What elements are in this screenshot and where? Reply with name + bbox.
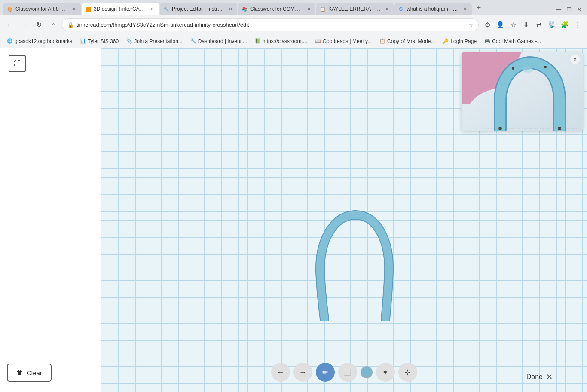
menu-icon[interactable]: ⋮	[572, 19, 584, 31]
bookmark-dashboard[interactable]: 🔧 Dashboard | Inventi...	[187, 37, 251, 46]
transform-icon: ⊹	[404, 368, 411, 377]
star-icon: ☆	[468, 22, 473, 28]
bookmark-label-classroom: https://classroom....	[263, 38, 307, 44]
downloads-icon[interactable]: ⬇	[520, 19, 532, 31]
tab-favicon-5: 📋	[320, 6, 326, 12]
forward-button[interactable]: →	[18, 19, 30, 31]
tab-bar: 🎨 Classwork for Art 8 Per... ✕ 🟧 3D desi…	[0, 0, 587, 15]
tab-title-3: Project Editor - Instruct...	[172, 6, 224, 12]
bookmark-favicon-morle: 📋	[379, 38, 385, 44]
sync-icon[interactable]: ⇄	[533, 19, 545, 31]
bookmark-favicon-coolmath: 🎮	[484, 38, 490, 44]
tab-project-editor[interactable]: 🔧 Project Editor - Instruct... ✕	[160, 3, 237, 15]
bookmark-label-tyler: Tyler SIS 360	[88, 38, 119, 44]
trash-icon: 🗑	[16, 369, 23, 377]
bookmark-icon[interactable]: ☆	[507, 19, 519, 31]
preview-panel: ×	[461, 52, 584, 131]
erase-button[interactable]: ⬜	[338, 363, 357, 382]
tab-kaylee[interactable]: 📋 KAYLEE ERRERA - STEM... ✕	[316, 3, 394, 15]
tab-close-5[interactable]: ✕	[383, 6, 390, 12]
bookmark-goodreads[interactable]: 📖 Goodreads | Meet y...	[312, 37, 375, 46]
tab-title-5: KAYLEE ERRERA - STEM...	[328, 6, 381, 12]
svg-point-1	[523, 67, 533, 73]
bookmark-morle[interactable]: 📋 Copy of Mrs. Morle...	[376, 37, 438, 46]
tab-close-3[interactable]: ✕	[227, 6, 234, 12]
minimize-button[interactable]: —	[554, 5, 563, 14]
url-bar[interactable]: 🔒 tinkercad.com/things/dYS3cY2zmSm-tinke…	[62, 18, 479, 31]
fullscreen-icon: ⛶	[14, 60, 21, 67]
clear-button[interactable]: 🗑 Clear	[7, 364, 52, 382]
color-picker[interactable]	[361, 366, 373, 378]
bookmark-join[interactable]: 📎 Join a Presentation...	[123, 37, 186, 46]
bookmark-tyler[interactable]: 📊 Tyler SIS 360	[76, 37, 122, 46]
browser-frame: 🎨 Classwork for Art 8 Per... ✕ 🟧 3D desi…	[0, 0, 587, 392]
tab-classwork-art[interactable]: 🎨 Classwork for Art 8 Per... ✕	[3, 3, 81, 15]
maximize-button[interactable]: ❐	[565, 5, 573, 14]
bookmark-label-coolmath: Cool Math Games -...	[492, 38, 541, 44]
bookmark-coolmath[interactable]: 🎮 Cool Math Games -...	[481, 37, 544, 46]
bookmark-classroom[interactable]: 📗 https://classroom....	[251, 37, 311, 46]
reload-button[interactable]: ↻	[33, 19, 45, 31]
bookmark-label-login: Login Page	[450, 38, 477, 44]
back-button[interactable]: ←	[3, 19, 15, 31]
tab-close-6[interactable]: ✕	[462, 6, 468, 12]
undo-button[interactable]: ←	[271, 363, 290, 382]
lock-icon: 🔒	[67, 22, 74, 28]
bookmark-favicon-tyler: 📊	[80, 38, 86, 44]
redo-icon: →	[299, 368, 307, 377]
tab-holigram[interactable]: G what is a holigram - Go... ✕	[394, 3, 472, 15]
tab-title-2: 3D design TinkerCAD-...	[94, 6, 146, 12]
address-bar: ← → ↻ ⌂ 🔒 tinkercad.com/things/dYS3cY2zm…	[0, 15, 587, 34]
bottom-toolbar: ← → ✏ ⬜ ✦ ⊹	[271, 363, 417, 382]
bookmark-favicon-login: 🔑	[443, 38, 449, 44]
tab-favicon-6: G	[398, 6, 404, 12]
bookmark-favicon-goodreads: 📖	[315, 38, 321, 44]
profiles-icon[interactable]: 👤	[494, 19, 506, 31]
url-text: tinkercad.com/things/dYS3cY2zmSm-tinkerc…	[76, 21, 466, 28]
preview-content	[462, 52, 583, 131]
done-label: Done	[526, 373, 543, 381]
done-close-icon: ✕	[546, 372, 553, 382]
tab-title-1: Classwork for Art 8 Per...	[15, 6, 68, 12]
tab-title-4: Classwork for COMPUT...	[250, 6, 303, 12]
bookmark-favicon-gcasdk: 🌐	[7, 38, 13, 44]
done-button[interactable]: Done ✕	[526, 372, 553, 382]
tab-close-1[interactable]: ✕	[70, 6, 77, 12]
tab-classwork-comput[interactable]: 📚 Classwork for COMPUT... ✕	[238, 3, 315, 15]
home-button[interactable]: ⌂	[47, 19, 59, 31]
bookmark-favicon-join: 📎	[126, 38, 132, 44]
bookmark-label-join: Join a Presentation...	[134, 38, 183, 44]
arch-shape	[312, 207, 397, 323]
fullscreen-button[interactable]: ⛶	[9, 55, 26, 72]
tab-title-6: what is a holigram - Go...	[407, 6, 459, 12]
main-content: ⛶ 🗑 Clear ←	[0, 48, 587, 392]
redo-button[interactable]: →	[294, 363, 312, 382]
bookmark-favicon-classroom: 📗	[255, 38, 261, 44]
tab-tinkercad[interactable]: 🟧 3D design TinkerCAD-... ✕	[82, 3, 159, 15]
bookmark-favicon-dashboard: 🔧	[190, 38, 196, 44]
puzzle-icon[interactable]: 🧩	[559, 19, 571, 31]
extensions-icon[interactable]: ⚙	[481, 19, 493, 31]
new-tab-button[interactable]: +	[473, 2, 485, 14]
preview-close-button[interactable]: ×	[570, 55, 580, 64]
bookmark-gcasdk[interactable]: 🌐 gcasdk12.org bookmarks	[3, 37, 76, 46]
svg-point-5	[544, 66, 547, 68]
bookmark-label-morle: Copy of Mrs. Morle...	[387, 38, 435, 44]
bookmark-label-dashboard: Dashboard | Inventi...	[198, 38, 247, 44]
tab-close-2[interactable]: ✕	[149, 6, 156, 12]
bookmarks-bar: 🌐 gcasdk12.org bookmarks 📊 Tyler SIS 360…	[0, 34, 587, 48]
tab-close-4[interactable]: ✕	[305, 6, 312, 12]
bookmark-login[interactable]: 🔑 Login Page	[439, 37, 480, 46]
tab-favicon-1: 🎨	[7, 6, 13, 12]
left-sidebar: ⛶ 🗑 Clear	[0, 48, 101, 392]
transform-button[interactable]: ⊹	[398, 363, 417, 382]
cast-icon[interactable]: 📡	[546, 19, 558, 31]
pencil-icon: ✏	[322, 368, 328, 377]
svg-point-4	[512, 67, 514, 70]
drawing-canvas[interactable]: ← → ✏ ⬜ ✦ ⊹	[101, 48, 587, 392]
window-controls: — ❐ ✕	[554, 5, 584, 15]
draw-button[interactable]: ✏	[316, 363, 335, 382]
anchor-button[interactable]: ✦	[376, 363, 395, 382]
close-window-button[interactable]: ✕	[575, 5, 584, 14]
eraser-icon: ⬜	[344, 369, 351, 376]
